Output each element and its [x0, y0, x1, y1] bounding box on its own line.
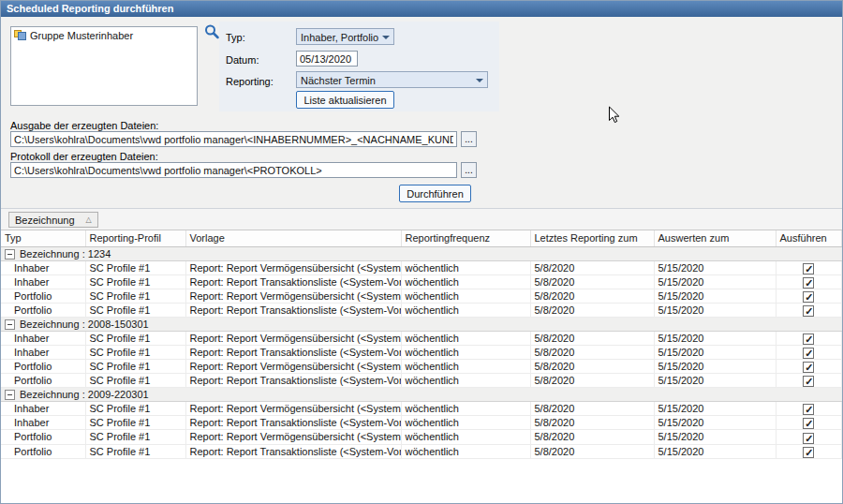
ausfuehren-checkbox[interactable] [803, 334, 814, 345]
column-header-auswerten-zum[interactable]: Auswerten zum [654, 230, 776, 246]
grid-body: Bezeichnung : 1234InhaberSC Profile #1Re… [1, 246, 842, 458]
ausfuehren-checkbox[interactable] [803, 404, 814, 415]
reporting-label: Reporting: [226, 76, 274, 87]
cell-auswerten: 5/15/2020 [654, 416, 776, 430]
cell-letztes-reporting: 5/8/2020 [530, 274, 654, 289]
column-header-reportingfrequenz[interactable]: Reportingfrequenz [401, 230, 530, 246]
cell-auswerten: 5/15/2020 [654, 374, 776, 388]
typ-dropdown[interactable]: Inhaber, Portfolio [296, 28, 394, 45]
cell-ausfuehren [776, 345, 842, 359]
cell-profil: SC Profile #1 [85, 374, 185, 388]
cell-letztes-reporting: 5/8/2020 [530, 360, 654, 374]
table-row[interactable]: PortfolioSC Profile #1Report: Report Ver… [1, 360, 842, 374]
cell-vorlage: Report: Report Transaktionsliste (<Syste… [185, 374, 401, 388]
search-icon[interactable] [203, 23, 220, 40]
cell-vorlage: Report: Report Transaktionsliste (<Syste… [185, 303, 401, 317]
group-item-label: Gruppe Musterinhaber [30, 30, 133, 41]
output-label: Ausgabe der erzeugten Dateien: [10, 120, 158, 131]
cell-profil: SC Profile #1 [85, 444, 185, 458]
table-row[interactable]: PortfolioSC Profile #1Report: Report Ver… [1, 289, 842, 303]
cell-ausfuehren [776, 303, 842, 317]
chevron-down-icon [382, 36, 390, 43]
ausfuehren-checkbox[interactable] [803, 263, 814, 274]
column-header-vorlage[interactable]: Vorlage [185, 230, 401, 246]
group-label: Bezeichnung : 2008-150301 [20, 319, 149, 330]
column-header-ausfuehren[interactable]: Ausführen [776, 230, 842, 246]
ausfuehren-checkbox[interactable] [803, 418, 814, 429]
cell-frequenz: wöchentlich [401, 430, 530, 444]
output-path-input[interactable] [10, 131, 457, 147]
cell-frequenz: wöchentlich [401, 260, 530, 274]
cell-typ: Inhaber [1, 331, 85, 345]
window-title: Scheduled Reporting durchführen [7, 3, 173, 14]
column-header-typ[interactable]: Typ [1, 230, 85, 246]
ausfuehren-checkbox[interactable] [803, 348, 814, 359]
window-titlebar: Scheduled Reporting durchführen [1, 1, 842, 17]
run-button[interactable]: Durchführen [399, 185, 471, 202]
cell-ausfuehren [776, 430, 842, 444]
cell-frequenz: wöchentlich [401, 360, 530, 374]
cell-vorlage: Report: Report Transaktionsliste (<Syste… [185, 274, 401, 289]
group-label: Bezeichnung : 2009-220301 [20, 389, 149, 400]
ausfuehren-checkbox[interactable] [803, 433, 814, 444]
table-row[interactable]: PortfolioSC Profile #1Report: Report Tra… [1, 303, 842, 317]
cell-typ: Portfolio [1, 289, 85, 303]
typ-value: Inhaber, Portfolio [301, 32, 378, 43]
cell-frequenz: wöchentlich [401, 416, 530, 430]
cell-typ: Portfolio [1, 360, 85, 374]
cell-vorlage: Report: Report Vermögensübersicht (<Syst… [185, 260, 401, 274]
sort-ascending-icon: △ [86, 215, 92, 224]
group-row[interactable]: Bezeichnung : 2008-150301 [1, 317, 842, 331]
ausfuehren-checkbox[interactable] [803, 277, 814, 289]
cell-ausfuehren [776, 416, 842, 430]
cell-vorlage: Report: Report Transaktionsliste (<Syste… [185, 345, 401, 359]
cell-profil: SC Profile #1 [85, 331, 185, 345]
refresh-list-button[interactable]: Liste aktualisieren [296, 91, 394, 109]
protocol-label: Protokoll der erzeugten Dateien: [10, 151, 158, 162]
column-header-reporting-profil[interactable]: Reporting-Profil [85, 230, 185, 246]
cell-ausfuehren [776, 402, 842, 416]
protocol-path-input[interactable] [10, 162, 457, 178]
table-row[interactable]: PortfolioSC Profile #1Report: Report Tra… [1, 444, 842, 458]
table-row[interactable]: InhaberSC Profile #1Report: Report Vermö… [1, 402, 842, 416]
cell-typ: Portfolio [1, 374, 85, 388]
list-item[interactable]: Gruppe Musterinhaber [11, 27, 197, 44]
table-row[interactable]: InhaberSC Profile #1Report: Report Trans… [1, 274, 842, 289]
group-icon [14, 29, 26, 42]
collapse-minus-icon[interactable] [5, 249, 15, 259]
cell-profil: SC Profile #1 [85, 345, 185, 359]
table-row[interactable]: InhaberSC Profile #1Report: Report Trans… [1, 345, 842, 359]
cell-auswerten: 5/15/2020 [654, 345, 776, 359]
group-row[interactable]: Bezeichnung : 2009-220301 [1, 388, 842, 402]
datum-input[interactable] [296, 51, 358, 67]
group-row-cell: Bezeichnung : 2009-220301 [1, 388, 842, 402]
ausfuehren-checkbox[interactable] [803, 291, 814, 303]
cell-ausfuehren [776, 374, 842, 388]
table-row[interactable]: InhaberSC Profile #1Report: Report Trans… [1, 416, 842, 430]
collapse-minus-icon[interactable] [5, 390, 15, 400]
table-row[interactable]: InhaberSC Profile #1Report: Report Vermö… [1, 260, 842, 274]
column-header-letztes-reporting-zum[interactable]: Letztes Reporting zum [530, 230, 654, 246]
table-row[interactable]: PortfolioSC Profile #1Report: Report Tra… [1, 374, 842, 388]
table-row[interactable]: PortfolioSC Profile #1Report: Report Ver… [1, 430, 842, 444]
group-listbox[interactable]: Gruppe Musterinhaber [10, 26, 198, 106]
groupby-chip-bezeichnung[interactable]: Bezeichnung △ [8, 212, 98, 228]
collapse-minus-icon[interactable] [5, 319, 15, 330]
group-row[interactable]: Bezeichnung : 1234 [1, 246, 842, 260]
cell-profil: SC Profile #1 [85, 430, 185, 444]
cell-auswerten: 5/15/2020 [654, 331, 776, 345]
reporting-dropdown[interactable]: Nächster Termin [296, 71, 488, 88]
cell-letztes-reporting: 5/8/2020 [530, 416, 654, 430]
ausfuehren-checkbox[interactable] [803, 376, 814, 387]
table-row[interactable]: InhaberSC Profile #1Report: Report Vermö… [1, 331, 842, 345]
cell-typ: Inhaber [1, 345, 85, 359]
cell-vorlage: Report: Report Transaktionsliste (<Syste… [185, 444, 401, 458]
ausfuehren-checkbox[interactable] [803, 447, 814, 458]
output-browse-button[interactable]: ... [461, 131, 477, 147]
cell-frequenz: wöchentlich [401, 289, 530, 303]
cell-profil: SC Profile #1 [85, 416, 185, 430]
cell-vorlage: Report: Report Vermögensübersicht (<Syst… [185, 430, 401, 444]
ausfuehren-checkbox[interactable] [803, 305, 814, 317]
ausfuehren-checkbox[interactable] [803, 362, 814, 373]
protocol-browse-button[interactable]: ... [461, 162, 477, 178]
